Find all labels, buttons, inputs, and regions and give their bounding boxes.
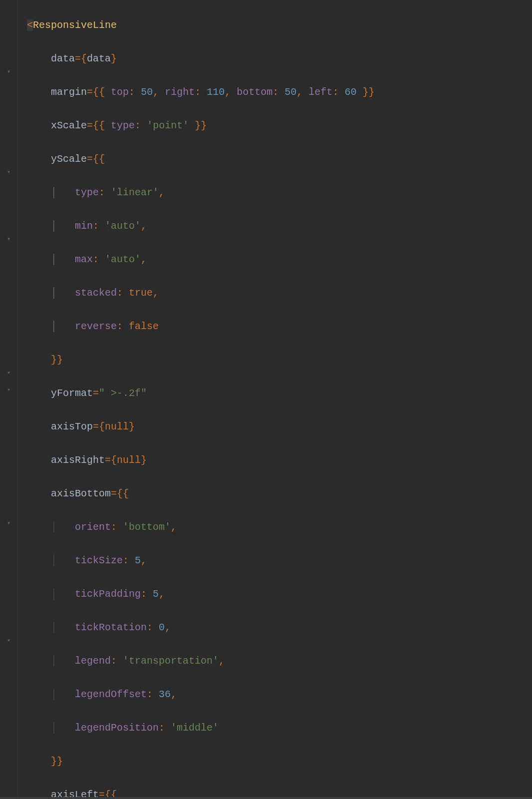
code-line[interactable]: yFormat=" >-.2f" (27, 385, 532, 402)
fold-icon[interactable]: ▾ (7, 237, 12, 242)
code-line[interactable]: │ orient: 'bottom', (27, 519, 532, 536)
code-line[interactable]: axisTop={null} (27, 418, 532, 435)
fold-icon[interactable]: ▾ (7, 521, 12, 526)
fold-icon[interactable]: ▾ (7, 69, 12, 74)
code-line[interactable]: axisBottom={{ (27, 485, 532, 502)
code-line[interactable]: │ stacked: true, (27, 285, 532, 302)
fold-icon[interactable]: ▾ (7, 170, 12, 175)
horizontal-scrollbar[interactable] (0, 797, 532, 799)
code-line[interactable]: │ tickPadding: 5, (27, 586, 532, 603)
jsx-component-name: ResponsiveLine (33, 19, 117, 31)
code-line[interactable]: │ max: 'auto', (27, 251, 532, 268)
code-line[interactable]: }} (27, 753, 532, 770)
vertical-scrollbar[interactable] (526, 0, 532, 797)
code-line[interactable]: │ reverse: false (27, 318, 532, 335)
code-line[interactable]: │ legendPosition: 'middle' (27, 720, 532, 737)
code-line[interactable]: │ legend: 'transportation', (27, 653, 532, 670)
code-line[interactable]: <ResponsiveLine (27, 17, 532, 34)
code-line[interactable]: │ min: 'auto', (27, 218, 532, 235)
code-line[interactable]: │ tickSize: 5, (27, 552, 532, 569)
code-line[interactable]: xScale={{ type: 'point' }} (27, 117, 532, 134)
code-line[interactable]: margin={{ top: 50, right: 110, bottom: 5… (27, 84, 532, 101)
code-line[interactable]: │ type: 'linear', (27, 184, 532, 201)
code-line[interactable]: │ legendOffset: 36, (27, 686, 532, 703)
editor-gutter: ▾ ▾ ▾ ▾ ▾ ▾ ▾ (0, 0, 18, 799)
fold-icon[interactable]: ▾ (7, 388, 12, 393)
code-line[interactable]: axisRight={null} (27, 452, 532, 469)
code-line[interactable]: data={data} (27, 50, 532, 67)
code-line[interactable]: yScale={{ (27, 151, 532, 168)
code-line[interactable]: }} (27, 352, 532, 369)
fold-icon[interactable]: ▾ (7, 371, 12, 376)
code-editor[interactable]: <ResponsiveLine data={data} margin={{ to… (18, 0, 532, 799)
code-line[interactable]: │ tickRotation: 0, (27, 619, 532, 636)
fold-icon[interactable]: ▾ (7, 638, 12, 643)
